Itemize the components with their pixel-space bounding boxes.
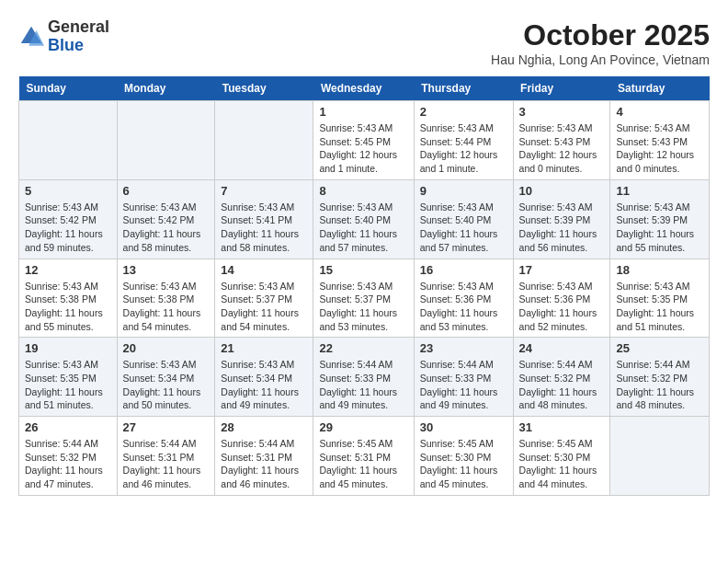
day-number: 29: [319, 420, 407, 434]
day-info: Sunrise: 5:43 AM Sunset: 5:36 PM Dayligh…: [420, 280, 507, 334]
day-number: 22: [319, 341, 407, 355]
calendar-cell: 8Sunrise: 5:43 AM Sunset: 5:40 PM Daylig…: [313, 179, 414, 259]
calendar-cell: 26Sunrise: 5:44 AM Sunset: 5:32 PM Dayli…: [19, 417, 118, 496]
calendar-cell: 7Sunrise: 5:43 AM Sunset: 5:41 PM Daylig…: [215, 179, 313, 259]
calendar-cell: 1Sunrise: 5:43 AM Sunset: 5:45 PM Daylig…: [313, 101, 414, 180]
calendar-cell: 19Sunrise: 5:43 AM Sunset: 5:35 PM Dayli…: [19, 338, 118, 417]
day-info: Sunrise: 5:45 AM Sunset: 5:30 PM Dayligh…: [420, 437, 507, 491]
day-number: 5: [25, 184, 111, 198]
day-number: 6: [123, 184, 210, 198]
calendar-cell: [610, 417, 710, 496]
day-info: Sunrise: 5:43 AM Sunset: 5:45 PM Dayligh…: [319, 121, 407, 176]
calendar-cell: 12Sunrise: 5:43 AM Sunset: 5:38 PM Dayli…: [19, 259, 118, 338]
weekday-header-monday: Monday: [117, 76, 215, 101]
day-number: 14: [221, 263, 307, 277]
day-number: 8: [319, 184, 407, 198]
day-info: Sunrise: 5:43 AM Sunset: 5:42 PM Dayligh…: [123, 201, 210, 255]
day-info: Sunrise: 5:43 AM Sunset: 5:42 PM Dayligh…: [25, 201, 111, 255]
calendar-cell: 2Sunrise: 5:43 AM Sunset: 5:44 PM Daylig…: [414, 101, 513, 180]
day-number: 2: [420, 105, 507, 119]
weekday-header-saturday: Saturday: [610, 76, 710, 101]
calendar-cell: 22Sunrise: 5:44 AM Sunset: 5:33 PM Dayli…: [313, 338, 414, 417]
calendar-cell: 3Sunrise: 5:43 AM Sunset: 5:43 PM Daylig…: [513, 101, 610, 180]
calendar-cell: 4Sunrise: 5:43 AM Sunset: 5:43 PM Daylig…: [610, 101, 710, 180]
day-info: Sunrise: 5:45 AM Sunset: 5:31 PM Dayligh…: [319, 437, 407, 491]
day-info: Sunrise: 5:43 AM Sunset: 5:34 PM Dayligh…: [221, 358, 307, 412]
calendar-cell: 16Sunrise: 5:43 AM Sunset: 5:36 PM Dayli…: [414, 259, 513, 338]
calendar-cell: 25Sunrise: 5:44 AM Sunset: 5:32 PM Dayli…: [610, 338, 710, 417]
weekday-header-sunday: Sunday: [19, 76, 118, 101]
day-number: 20: [123, 341, 210, 355]
weekday-header-friday: Friday: [513, 76, 610, 101]
title-block: October 2025 Hau Nghia, Long An Povince,…: [491, 18, 710, 67]
day-info: Sunrise: 5:43 AM Sunset: 5:40 PM Dayligh…: [420, 201, 507, 255]
calendar-cell: 15Sunrise: 5:43 AM Sunset: 5:37 PM Dayli…: [313, 259, 414, 338]
day-info: Sunrise: 5:43 AM Sunset: 5:40 PM Dayligh…: [319, 201, 407, 255]
logo: General Blue: [18, 18, 109, 55]
calendar-cell: 18Sunrise: 5:43 AM Sunset: 5:35 PM Dayli…: [610, 259, 710, 338]
week-row-1: 1Sunrise: 5:43 AM Sunset: 5:45 PM Daylig…: [19, 101, 710, 180]
calendar-cell: 11Sunrise: 5:43 AM Sunset: 5:39 PM Dayli…: [610, 179, 710, 259]
day-info: Sunrise: 5:44 AM Sunset: 5:32 PM Dayligh…: [519, 358, 605, 412]
day-number: 31: [519, 420, 605, 434]
calendar-cell: 27Sunrise: 5:44 AM Sunset: 5:31 PM Dayli…: [117, 417, 215, 496]
day-number: 13: [123, 263, 210, 277]
calendar-cell: 30Sunrise: 5:45 AM Sunset: 5:30 PM Dayli…: [414, 417, 513, 496]
calendar-cell: 5Sunrise: 5:43 AM Sunset: 5:42 PM Daylig…: [19, 179, 118, 259]
day-info: Sunrise: 5:43 AM Sunset: 5:34 PM Dayligh…: [123, 358, 210, 412]
weekday-header-row: SundayMondayTuesdayWednesdayThursdayFrid…: [19, 76, 710, 101]
day-info: Sunrise: 5:44 AM Sunset: 5:32 PM Dayligh…: [616, 358, 703, 412]
day-number: 19: [25, 341, 111, 355]
calendar-cell: [215, 101, 313, 180]
day-info: Sunrise: 5:44 AM Sunset: 5:31 PM Dayligh…: [123, 437, 210, 491]
calendar-cell: 29Sunrise: 5:45 AM Sunset: 5:31 PM Dayli…: [313, 417, 414, 496]
day-info: Sunrise: 5:43 AM Sunset: 5:38 PM Dayligh…: [25, 280, 111, 334]
day-number: 9: [420, 184, 507, 198]
calendar-cell: [117, 101, 215, 180]
day-number: 27: [123, 420, 210, 434]
logo-general-text: General: [48, 18, 109, 37]
day-number: 17: [519, 263, 605, 277]
day-number: 26: [25, 420, 111, 434]
week-row-4: 19Sunrise: 5:43 AM Sunset: 5:35 PM Dayli…: [19, 338, 710, 417]
day-number: 15: [319, 263, 407, 277]
calendar-cell: 17Sunrise: 5:43 AM Sunset: 5:36 PM Dayli…: [513, 259, 610, 338]
calendar-cell: [19, 101, 118, 180]
day-number: 23: [420, 341, 507, 355]
month-title: October 2025: [491, 18, 710, 52]
day-info: Sunrise: 5:44 AM Sunset: 5:32 PM Dayligh…: [25, 437, 111, 491]
calendar-cell: 20Sunrise: 5:43 AM Sunset: 5:34 PM Dayli…: [117, 338, 215, 417]
day-info: Sunrise: 5:43 AM Sunset: 5:43 PM Dayligh…: [519, 121, 605, 176]
day-number: 7: [221, 184, 307, 198]
calendar-cell: 13Sunrise: 5:43 AM Sunset: 5:38 PM Dayli…: [117, 259, 215, 338]
calendar-cell: 9Sunrise: 5:43 AM Sunset: 5:40 PM Daylig…: [414, 179, 513, 259]
location-text: Hau Nghia, Long An Povince, Vietnam: [491, 52, 710, 67]
calendar-cell: 21Sunrise: 5:43 AM Sunset: 5:34 PM Dayli…: [215, 338, 313, 417]
day-number: 21: [221, 341, 307, 355]
calendar-cell: 14Sunrise: 5:43 AM Sunset: 5:37 PM Dayli…: [215, 259, 313, 338]
day-info: Sunrise: 5:43 AM Sunset: 5:35 PM Dayligh…: [616, 280, 703, 334]
calendar-table: SundayMondayTuesdayWednesdayThursdayFrid…: [18, 76, 710, 496]
day-number: 11: [616, 184, 703, 198]
week-row-2: 5Sunrise: 5:43 AM Sunset: 5:42 PM Daylig…: [19, 179, 710, 259]
day-info: Sunrise: 5:43 AM Sunset: 5:39 PM Dayligh…: [616, 201, 703, 255]
calendar-cell: 6Sunrise: 5:43 AM Sunset: 5:42 PM Daylig…: [117, 179, 215, 259]
day-number: 4: [616, 105, 703, 119]
day-info: Sunrise: 5:43 AM Sunset: 5:39 PM Dayligh…: [519, 201, 605, 255]
day-info: Sunrise: 5:44 AM Sunset: 5:31 PM Dayligh…: [221, 437, 307, 491]
calendar-cell: 23Sunrise: 5:44 AM Sunset: 5:33 PM Dayli…: [414, 338, 513, 417]
calendar-cell: 31Sunrise: 5:45 AM Sunset: 5:30 PM Dayli…: [513, 417, 610, 496]
day-number: 3: [519, 105, 605, 119]
day-info: Sunrise: 5:45 AM Sunset: 5:30 PM Dayligh…: [519, 437, 605, 491]
day-number: 1: [319, 105, 407, 119]
day-number: 12: [25, 263, 111, 277]
week-row-5: 26Sunrise: 5:44 AM Sunset: 5:32 PM Dayli…: [19, 417, 710, 496]
day-info: Sunrise: 5:43 AM Sunset: 5:35 PM Dayligh…: [25, 358, 111, 412]
week-row-3: 12Sunrise: 5:43 AM Sunset: 5:38 PM Dayli…: [19, 259, 710, 338]
day-number: 18: [616, 263, 703, 277]
day-info: Sunrise: 5:43 AM Sunset: 5:37 PM Dayligh…: [319, 280, 407, 334]
day-number: 25: [616, 341, 703, 355]
weekday-header-thursday: Thursday: [414, 76, 513, 101]
day-info: Sunrise: 5:43 AM Sunset: 5:44 PM Dayligh…: [420, 121, 507, 176]
weekday-header-wednesday: Wednesday: [313, 76, 414, 101]
